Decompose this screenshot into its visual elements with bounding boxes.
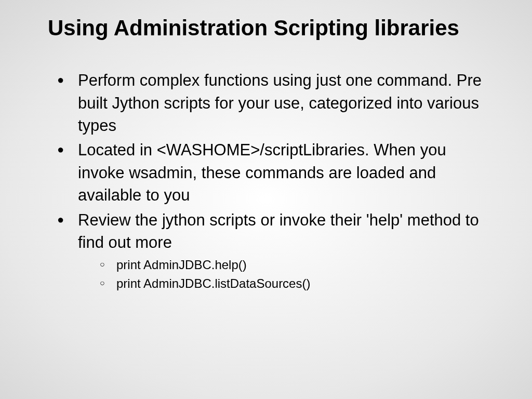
- sub-bullet-list: print AdminJDBC.help() print AdminJDBC.l…: [78, 256, 496, 293]
- bullet-list: Perform complex functions using just one…: [36, 69, 496, 293]
- bullet-item: Review the jython scripts or invoke thei…: [62, 209, 496, 294]
- sub-bullet-text: print AdminJDBC.listDataSources(): [116, 276, 310, 290]
- sub-bullet-item: print AdminJDBC.listDataSources(): [104, 274, 496, 293]
- bullet-text: Perform complex functions using just one…: [78, 71, 482, 135]
- slide: Using Administration Scripting libraries…: [0, 0, 532, 311]
- sub-bullet-text: print AdminJDBC.help(): [116, 258, 247, 272]
- bullet-item: Perform complex functions using just one…: [62, 69, 496, 137]
- slide-title: Using Administration Scripting libraries: [36, 16, 496, 41]
- bullet-text: Located in <WASHOME>/scriptLibraries. Wh…: [78, 141, 446, 204]
- bullet-text: Review the jython scripts or invoke thei…: [78, 211, 479, 251]
- sub-bullet-item: print AdminJDBC.help(): [104, 256, 496, 274]
- bullet-item: Located in <WASHOME>/scriptLibraries. Wh…: [62, 139, 496, 206]
